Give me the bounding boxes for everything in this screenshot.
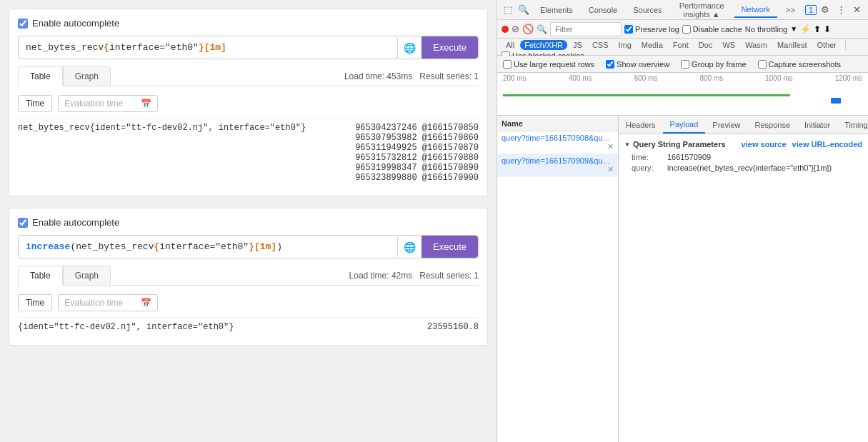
tl-1000: 1000 ms	[765, 74, 792, 82]
autocomplete-checkbox-1[interactable]	[18, 19, 28, 29]
dt-tab-elements[interactable]: Elements	[533, 3, 580, 17]
large-rows-label[interactable]: Use large request rows	[503, 60, 594, 69]
tl-1200: 1200 ms	[835, 74, 862, 82]
dt-tab-console[interactable]: Console	[582, 3, 624, 17]
network-list-header: Name	[497, 116, 618, 131]
filter-time-btn-1[interactable]: Time	[18, 95, 52, 112]
autocomplete-checkbox-2[interactable]	[18, 218, 28, 228]
tl-600: 600 ms	[634, 74, 658, 82]
detail-tab-response[interactable]: Response	[747, 116, 797, 134]
type-fetch-xhr[interactable]: Fetch/XHR	[520, 40, 567, 50]
tab-graph-1[interactable]: Graph	[63, 66, 111, 86]
type-font[interactable]: Font	[669, 40, 693, 50]
timeline-blue-bar	[831, 98, 841, 104]
view-source-link[interactable]: view source	[742, 140, 787, 149]
cursor-icon[interactable]: ⬚	[502, 3, 514, 16]
show-overview-checkbox[interactable]	[606, 60, 614, 69]
devtools-panel: ⬚ 🔍 Elements Console Sources Performance…	[497, 0, 868, 442]
tab-table-2[interactable]: Table	[18, 266, 63, 286]
execute-btn-2[interactable]: Execute	[421, 236, 478, 258]
type-all[interactable]: All	[502, 40, 519, 50]
tab-graph-2[interactable]: Graph	[63, 266, 111, 285]
globe-icon-btn-1[interactable]: 🌐	[397, 38, 421, 58]
detail-tab-timing[interactable]: Timing	[837, 116, 868, 134]
calendar-icon-1[interactable]: 📅	[141, 99, 151, 109]
type-js[interactable]: JS	[569, 40, 587, 50]
query-block-1: Enable autocomplete net_bytes_recv{inter…	[9, 9, 488, 196]
meta-info-2: Load time: 42ms Result series: 1	[349, 271, 479, 281]
filter-row-1: Time Evaluation time 📅	[18, 95, 479, 112]
type-img[interactable]: Img	[614, 40, 636, 50]
online-icon[interactable]: ⚡	[800, 24, 811, 34]
calendar-icon-2[interactable]: 📅	[141, 298, 151, 308]
item-2-x[interactable]: ✕	[607, 165, 614, 174]
globe-icon-btn-2[interactable]: 🌐	[397, 237, 421, 257]
query-brace-close-1: }	[199, 42, 204, 53]
param-key-query: query:	[632, 164, 667, 172]
type-wasm[interactable]: Wasm	[741, 40, 772, 50]
type-other[interactable]: Other	[812, 40, 841, 50]
large-rows-checkbox[interactable]	[503, 60, 512, 69]
query-input-1[interactable]: net_bytes_recv{interface="eth0"}[1m]	[19, 36, 397, 59]
execute-btn-1[interactable]: Execute	[421, 36, 478, 59]
preserve-log-label[interactable]: Preserve log	[624, 25, 679, 34]
network-list-item-1[interactable]: query?time=1661570908&query=ne... ✕	[497, 131, 618, 154]
group-frame-checkbox[interactable]	[681, 60, 689, 69]
dt-tab-more[interactable]: >>	[779, 3, 802, 17]
detail-tab-preview[interactable]: Preview	[705, 116, 747, 134]
type-manifest[interactable]: Manifest	[773, 40, 812, 50]
settings-icon[interactable]: ⚙	[818, 3, 832, 16]
query-brace-close-2: }	[249, 241, 254, 252]
detail-tab-initiator[interactable]: Initiator	[797, 116, 837, 134]
network-timeline: 200 ms 400 ms 600 ms 800 ms 1000 ms 1200…	[497, 73, 868, 116]
filter-row-2: Time Evaluation time 📅	[18, 294, 479, 311]
type-media[interactable]: Media	[637, 40, 667, 50]
network-list-item-2[interactable]: query?time=1661570909&query=in... ✕	[497, 154, 618, 177]
search-icon[interactable]: 🔍	[537, 24, 547, 34]
query-input-2[interactable]: increase(net_bytes_recv{interface="eth0"…	[19, 236, 397, 258]
filter-eval-1: Evaluation time 📅	[58, 95, 158, 112]
close-icon[interactable]: ✕	[850, 3, 864, 16]
param-section-title: ▼ Query String Parameters view source vi…	[624, 140, 862, 149]
no-throttling-label: No throttling	[745, 25, 787, 34]
record-icon[interactable]	[502, 26, 509, 33]
detail-content: ▼ Query String Parameters view source vi…	[619, 134, 868, 442]
type-ws[interactable]: WS	[718, 40, 739, 50]
val-1-1: 965307953982 @1661570860	[355, 133, 479, 143]
tl-400: 400 ms	[569, 74, 592, 82]
capture-screenshots-label[interactable]: Capture screenshots	[758, 60, 842, 69]
disable-cache-checkbox[interactable]	[682, 25, 691, 34]
param-key-time: time:	[632, 153, 667, 161]
inspect-icon[interactable]: 🔍	[516, 3, 532, 16]
preserve-log-checkbox[interactable]	[624, 25, 633, 34]
dt-tab-network[interactable]: Network	[734, 2, 777, 18]
detail-tab-payload[interactable]: Payload	[663, 116, 706, 134]
filter-input[interactable]	[550, 22, 622, 36]
type-css[interactable]: CSS	[588, 40, 613, 50]
devtools-toolbar: ⬚ 🔍 Elements Console Sources Performance…	[497, 0, 868, 20]
capture-screenshots-checkbox[interactable]	[758, 60, 767, 69]
import-icon[interactable]: ⬆	[814, 24, 821, 34]
data-row-1: net_bytes_recv{ident="tt-fc-dev02.nj", i…	[18, 118, 479, 187]
clear-icon[interactable]: 🚫	[522, 24, 534, 34]
more-options-icon[interactable]: ⋮	[834, 3, 849, 16]
item-1-x[interactable]: ✕	[607, 142, 614, 151]
type-doc[interactable]: Doc	[694, 40, 717, 50]
stop-icon[interactable]: ⊘	[512, 24, 519, 34]
network-content: Name query?time=1661570908&query=ne... ✕…	[497, 116, 868, 442]
filter-time-btn-2[interactable]: Time	[18, 294, 52, 311]
throttle-dropdown-icon[interactable]: ▼	[790, 25, 797, 33]
export-icon[interactable]: ⬇	[824, 24, 831, 34]
tab-table-1[interactable]: Table	[18, 66, 63, 86]
detail-tab-headers[interactable]: Headers	[619, 116, 663, 134]
dt-tab-perf[interactable]: Performance insights ▲	[671, 0, 733, 21]
group-frame-label[interactable]: Group by frame	[681, 60, 746, 69]
val-5-1: 965323899880 @1661570900	[355, 173, 479, 183]
disable-cache-label[interactable]: Disable cache	[682, 25, 742, 34]
tl-800: 800 ms	[699, 74, 723, 82]
show-overview-label[interactable]: Show overview	[606, 60, 669, 69]
tabs-row-2: Table Graph Load time: 42ms Result serie…	[18, 266, 479, 286]
dt-tab-sources[interactable]: Sources	[626, 3, 669, 17]
autocomplete-label-1: Enable autocomplete	[32, 18, 119, 29]
view-url-encoded-link[interactable]: view URL-encoded	[792, 140, 862, 149]
